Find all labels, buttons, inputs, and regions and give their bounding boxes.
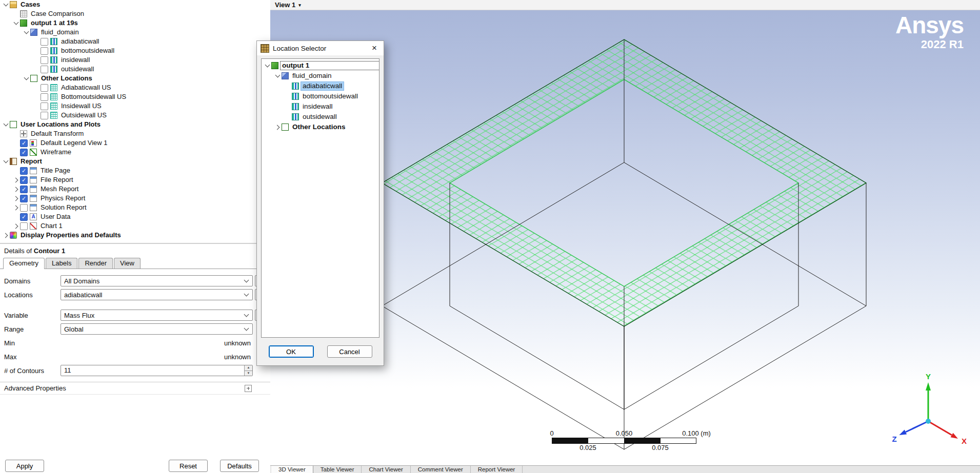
tree-item-outsidewall[interactable]: outsidewall (0, 65, 270, 74)
defaults-button[interactable]: Defaults (220, 460, 259, 472)
chevron-down-icon[interactable] (12, 19, 20, 27)
tree-item-wireframe[interactable]: ✓Wireframe (0, 148, 270, 157)
tree-item-chart-1[interactable]: Chart 1 (0, 221, 270, 231)
combo-variable[interactable]: Mass Flux (61, 310, 253, 321)
combo-locations[interactable]: adiabaticwall (61, 289, 253, 300)
viewer-tab-table-viewer[interactable]: Table Viewer (313, 466, 362, 473)
tree-item-adiabaticwall[interactable]: adiabaticwall (262, 81, 379, 91)
cancel-button[interactable]: Cancel (327, 345, 372, 358)
tree-item-fluid-domain[interactable]: fluid_domain (0, 28, 270, 37)
checkbox[interactable]: ✓ (20, 167, 28, 175)
chevron-right-icon[interactable] (12, 222, 20, 230)
tab-view[interactable]: View (114, 258, 141, 269)
spin-up-icon[interactable]: ▲ (245, 365, 252, 371)
tree-item-user-locations-and-plots[interactable]: User Locations and Plots (0, 120, 270, 129)
viewer-tab-comment-viewer[interactable]: Comment Viewer (411, 466, 471, 473)
tree-item-user-data[interactable]: ✓AUser Data (0, 212, 270, 221)
tree-item-insidewall[interactable]: insidewall (262, 101, 379, 112)
advanced-properties-bar[interactable]: Advanced Properties (0, 382, 270, 395)
spin-buttons[interactable]: ▲▼ (244, 365, 252, 376)
chevron-down-icon[interactable] (274, 72, 282, 79)
domain-icon (30, 29, 37, 36)
tree-item-bottomoutsidewall[interactable]: bottomoutsidewall (0, 46, 270, 55)
checkbox[interactable] (41, 93, 48, 101)
chevron-right-icon[interactable] (12, 176, 20, 183)
checkbox[interactable]: ✓ (20, 149, 28, 156)
checkbox[interactable] (41, 112, 48, 119)
tree-item-mesh-report[interactable]: ✓Mesh Report (0, 184, 270, 194)
checkbox[interactable] (41, 66, 48, 73)
orientation-triad[interactable]: Y X Z (892, 372, 967, 445)
expand-plus-icon[interactable] (245, 385, 252, 392)
tree-item-file-report[interactable]: ✓File Report (0, 175, 270, 184)
chevron-down-icon[interactable] (23, 29, 30, 36)
checkbox[interactable]: ✓ (20, 213, 28, 221)
tree-item-other-locations[interactable]: Other Locations (0, 74, 270, 83)
chevron-right-icon[interactable] (12, 195, 20, 202)
checkbox[interactable]: ✓ (20, 195, 28, 202)
apply-button[interactable]: Apply (5, 460, 44, 472)
tree-item-default-transform[interactable]: Default Transform (0, 129, 270, 138)
viewer-tab-report-viewer[interactable]: Report Viewer (471, 466, 523, 473)
checkbox[interactable]: ✓ (20, 176, 28, 184)
tree-item-solution-report[interactable]: Solution Report (0, 203, 270, 212)
tab-labels[interactable]: Labels (46, 258, 77, 269)
tree-item-adiabaticwall-us[interactable]: Adiabaticwall US (0, 83, 270, 92)
checkbox[interactable] (41, 38, 48, 46)
chevron-right-icon[interactable] (2, 232, 10, 239)
checkbox[interactable] (41, 56, 48, 64)
tree-item-physics-report[interactable]: ✓Physics Report (0, 194, 270, 203)
tree-item-title-page[interactable]: ✓Title Page (0, 166, 270, 175)
details-header: Details of Contour 1 (0, 244, 270, 257)
close-icon[interactable]: × (365, 41, 384, 55)
dialog-titlebar[interactable]: Location Selector × (257, 41, 384, 55)
chevron-right-icon[interactable] (274, 124, 282, 131)
chevron-right-icon[interactable] (12, 186, 20, 193)
viewer-tab-3d-viewer[interactable]: 3D Viewer (271, 466, 313, 473)
tree-item-cases[interactable]: Cases (0, 0, 270, 9)
spin-of-contours[interactable]: 11▲▼ (61, 365, 253, 376)
tree-item-insidewall-us[interactable]: Insidewall US (0, 101, 270, 111)
tree-item-case-comparison[interactable]: Case Comparison (0, 9, 270, 18)
expander-spacer (33, 38, 41, 45)
tree-item-bottomoutsidewall[interactable]: bottomoutsidewall (262, 91, 379, 101)
tree-item-insidewall[interactable]: insidewall (0, 55, 270, 65)
tree-item-outsidewall[interactable]: outsidewall (262, 112, 379, 122)
chevron-down-icon[interactable] (2, 1, 10, 8)
chevron-down-icon[interactable] (2, 121, 10, 128)
tree-item-report[interactable]: Report (0, 157, 270, 166)
chevron-down-icon[interactable] (23, 75, 30, 82)
tree-item-fluid-domain[interactable]: fluid_domain (262, 71, 379, 81)
combo-range[interactable]: Global (61, 323, 253, 335)
checkbox[interactable] (41, 102, 48, 110)
tree-item-adiabaticwall[interactable]: adiabaticwall (0, 37, 270, 46)
combo-domains[interactable]: All Domains (61, 275, 253, 286)
tree-item-label: bottomoutsidewall (301, 92, 359, 100)
checkbox[interactable] (20, 204, 28, 212)
tree-item-output-1-at-19s[interactable]: output 1 at 19s (0, 18, 270, 28)
view-selector[interactable]: View 1 ▾ (275, 1, 301, 9)
tree-item-outsidewall-us[interactable]: Outsidewall US (0, 111, 270, 120)
checkbox[interactable] (41, 84, 48, 92)
checkbox[interactable]: ✓ (20, 186, 28, 193)
tree-item-bottomoutsidewall-us[interactable]: Bottomoutsidewall US (0, 92, 270, 101)
reset-button[interactable]: Reset (169, 460, 208, 472)
expander-spacer (12, 213, 20, 220)
tree-item-other-locations[interactable]: Other Locations (262, 122, 379, 132)
chevron-right-icon[interactable] (12, 204, 20, 211)
tree-item-default-legend-view-1[interactable]: ✓Default Legend View 1 (0, 138, 270, 148)
ok-button[interactable]: OK (269, 345, 314, 358)
details-form: DomainsAll Domains...Locationsadiabaticw… (0, 269, 270, 377)
chevron-down-icon[interactable] (264, 62, 271, 69)
chevron-down-icon[interactable] (2, 158, 10, 165)
tree-item-output-1[interactable]: output 1 (262, 60, 379, 71)
tab-geometry[interactable]: Geometry (3, 258, 45, 269)
checkbox[interactable] (20, 222, 28, 230)
tab-render[interactable]: Render (78, 258, 113, 269)
checkbox[interactable]: ✓ (20, 139, 28, 147)
tree-item-display-properties-and-defaults[interactable]: Display Properties and Defaults (0, 231, 270, 240)
viewer-tab-chart-viewer[interactable]: Chart Viewer (362, 466, 410, 473)
checkbox[interactable] (41, 47, 48, 55)
tree-item-label: File Report (39, 176, 75, 184)
spin-down-icon[interactable]: ▼ (245, 371, 252, 376)
